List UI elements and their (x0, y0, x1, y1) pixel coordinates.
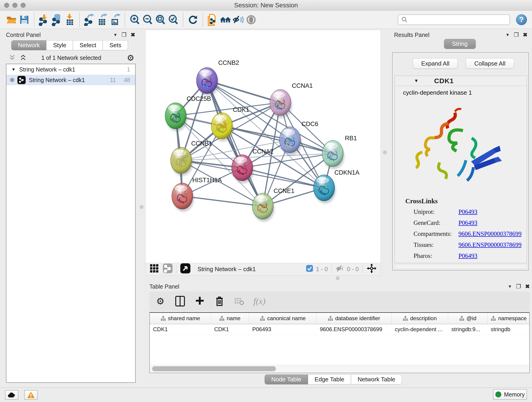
warnings-button[interactable] (24, 390, 38, 400)
import-network-from-database-button[interactable] (51, 13, 63, 27)
export-table-button[interactable] (96, 13, 109, 27)
column-header-namespace[interactable]: namespace (488, 313, 530, 324)
table-cell[interactable]: cyclin-dependent ... (392, 324, 448, 335)
export-network-button[interactable] (83, 13, 96, 27)
import-network-button[interactable] (38, 13, 51, 27)
session-homes-icon[interactable] (219, 13, 232, 27)
edge-count: 48 (124, 77, 130, 83)
homes-icon (219, 13, 232, 26)
network-node-CDKN1A[interactable]: CDKN1A (314, 169, 360, 204)
network-edge-HIST1H1A-CCNE1[interactable] (182, 196, 263, 206)
hide-unselected-button[interactable] (232, 13, 245, 27)
network-badge-gray-icon[interactable] (163, 264, 172, 275)
float-panel-icon[interactable]: ▼ (506, 32, 510, 37)
tab-edge-table[interactable]: Edge Table (308, 375, 351, 384)
crosslink-link[interactable]: 9606.ENSP00000378699 (458, 241, 521, 249)
function-builder-button[interactable]: f(x) (253, 296, 266, 306)
tab-node-table[interactable]: Node Table (265, 375, 308, 384)
tab-network[interactable]: Network (11, 40, 46, 50)
network-selection-status: 1 of 1 Network selected (8, 55, 134, 61)
crosslink-link[interactable]: P06493 (458, 208, 477, 216)
network-canvas[interactable]: CCNB2CCNA1CDC25BCDK1CDC6RB1CCNB1CCNA2CDK… (145, 30, 381, 263)
birdseye-view-icon[interactable] (180, 263, 191, 275)
maximize-panel-icon[interactable]: ❐ (514, 32, 519, 38)
collapse-card-icon[interactable]: ▼ (414, 78, 418, 83)
tab-sets[interactable]: Sets (103, 40, 128, 50)
cloud-button[interactable] (5, 390, 18, 400)
delete-column-icon[interactable] (214, 296, 225, 307)
network-row[interactable]: String Network – cdk1 1148 (6, 75, 135, 85)
left-splitter-handle[interactable] (140, 205, 143, 209)
table-cell[interactable]: P06493 (249, 324, 317, 335)
crosslink-row: Pharos:P06493 (413, 252, 522, 259)
delete-table-icon[interactable] (234, 296, 245, 307)
tab-network-table[interactable]: Network Table (351, 375, 402, 384)
column-header-description[interactable]: description (392, 313, 448, 324)
collapse-all-button[interactable]: Collapse All (466, 58, 514, 69)
table-cell[interactable]: stringdb (488, 324, 530, 335)
right-splitter-handle[interactable] (383, 151, 387, 154)
collapse-tree-icon[interactable]: ▼ (12, 67, 16, 72)
import-table-button[interactable] (63, 13, 76, 27)
maximize-panel-icon[interactable]: ❐ (516, 283, 521, 290)
hidden-eye-icon[interactable] (336, 264, 345, 274)
grid-view-icon[interactable] (150, 264, 159, 274)
network-node-CCNB1[interactable]: CCNB1 (171, 140, 212, 176)
float-panel-icon[interactable]: ▼ (114, 32, 118, 37)
column-header-@id[interactable]: @id (448, 313, 488, 324)
table-cell[interactable]: CDK1 (211, 324, 249, 335)
table-cell[interactable]: 9606.ENSP00000378699 (317, 324, 392, 335)
network-node-RB1[interactable]: RB1 (322, 135, 357, 169)
column-header-shared-name[interactable]: shared name (150, 313, 211, 324)
close-panel-icon[interactable]: ✖ (525, 283, 530, 290)
expand-all-button[interactable]: Expand All (413, 58, 458, 69)
column-header-database-identifier[interactable]: database identifier (317, 313, 392, 324)
clone-network-button[interactable] (206, 13, 219, 27)
horizontal-splitter-handle[interactable] (336, 276, 340, 280)
tab-style[interactable]: Style (46, 40, 73, 50)
zoom-fit-button[interactable] (154, 13, 167, 27)
zoom-out-button[interactable] (141, 13, 154, 27)
table-header-row: shared namenamecanonical namedatabase id… (150, 313, 529, 324)
node-card-header[interactable]: ▼ CDK1 (395, 76, 527, 86)
crosslink-link[interactable]: P06493 (458, 252, 477, 259)
show-columns-icon[interactable] (175, 296, 186, 307)
add-column-icon[interactable] (194, 296, 205, 307)
open-session-button[interactable] (5, 13, 18, 27)
memory-button[interactable]: Memory (493, 389, 527, 400)
table-cell[interactable]: stringdb:9... (448, 324, 488, 335)
maximize-panel-icon[interactable]: ❐ (121, 32, 127, 38)
crosslink-link[interactable]: 9606.ENSP00000378699 (458, 230, 521, 237)
scrollbar-thumb[interactable] (152, 366, 276, 371)
warning-icon (27, 391, 35, 398)
float-panel-icon[interactable]: ▼ (508, 284, 512, 289)
table-options-gear-icon[interactable]: ⚙ (155, 296, 166, 307)
tab-select[interactable]: Select (73, 40, 103, 50)
toolbar-divider (331, 265, 332, 274)
apply-style-button[interactable] (186, 13, 199, 27)
zoom-in-button[interactable] (128, 13, 141, 27)
export-image-button[interactable] (109, 13, 121, 27)
column-header-name[interactable]: name (211, 313, 249, 324)
crosslink-link[interactable]: P06493 (458, 219, 477, 226)
close-panel-icon[interactable]: ✖ (523, 32, 527, 38)
network-node-HIST1H1A[interactable]: HIST1H1A (172, 177, 222, 212)
network-collection-row[interactable]: ▼ String Network – cdk1 1 (6, 64, 135, 75)
table-cell[interactable]: CDK1 (150, 324, 211, 335)
help-button[interactable]: ? (516, 14, 527, 25)
results-scrollbar[interactable] (394, 264, 527, 269)
table-horizontal-scrollbar[interactable] (150, 365, 529, 372)
table-row[interactable]: CDK1CDK1P064939606.ENSP00000378699cyclin… (150, 324, 529, 335)
selected-checkbox-icon[interactable] (306, 265, 313, 274)
network-edge-CCNB2-CCNE1[interactable] (207, 81, 263, 206)
highlight-button[interactable] (245, 13, 258, 27)
close-panel-icon[interactable]: ✖ (131, 32, 135, 38)
network-options-gear-icon[interactable]: ⚙ (127, 53, 134, 63)
column-header-canonical-name[interactable]: canonical name (249, 313, 317, 324)
zoom-selected-button[interactable] (167, 13, 180, 27)
search-input[interactable] (398, 14, 510, 25)
tab-string[interactable]: String (444, 39, 476, 49)
save-session-button[interactable] (18, 13, 31, 27)
network-node-CCNE1[interactable]: CCNE1 (252, 187, 294, 222)
crosshair-icon[interactable] (366, 263, 377, 275)
